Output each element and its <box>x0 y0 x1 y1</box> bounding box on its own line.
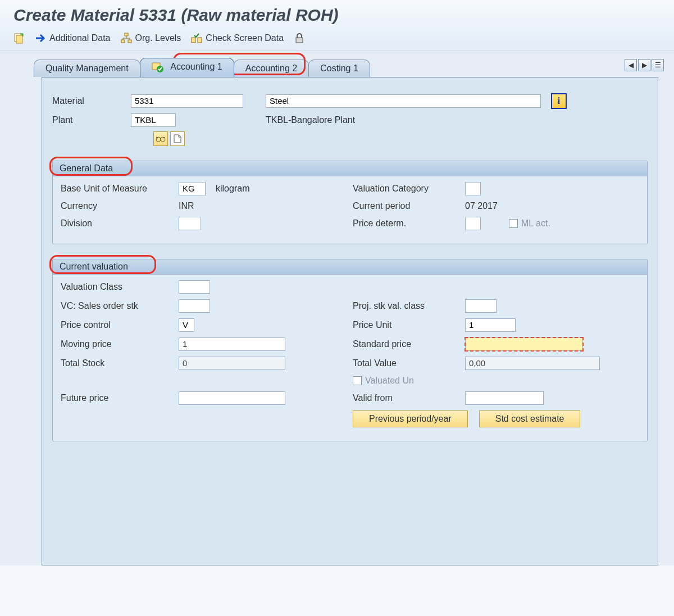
future-price-input[interactable] <box>179 391 285 405</box>
valuated-un-checkbox: Valuated Un <box>353 376 414 386</box>
previous-period-button[interactable]: Previous period/year <box>353 410 468 427</box>
base-uom-desc: kilogram <box>216 184 249 194</box>
page-plus-icon <box>13 33 25 44</box>
valuation-category-label: Valuation Category <box>353 184 465 194</box>
general-data-title: General Data <box>53 161 647 176</box>
division-input[interactable] <box>179 217 201 230</box>
base-uom-input[interactable] <box>179 182 206 195</box>
hierarchy-icon <box>121 33 132 44</box>
total-stock-input <box>179 357 285 370</box>
glasses-icon <box>156 135 166 143</box>
app-toolbar: Additional Data Org. Levels Check Screen… <box>13 29 665 48</box>
svg-rect-2 <box>125 33 128 36</box>
current-valuation-title: Current valuation <box>53 259 647 275</box>
svg-rect-3 <box>121 40 125 43</box>
price-determ-input[interactable] <box>465 217 481 230</box>
total-value-label: Total Value <box>353 358 465 368</box>
current-period-label: Current period <box>353 201 465 211</box>
valuated-un-label: Valuated Un <box>365 376 414 386</box>
price-control-input[interactable] <box>179 318 194 332</box>
currency-value: INR <box>179 201 194 211</box>
check-screen-label: Check Screen Data <box>206 33 284 43</box>
total-stock-label: Total Stock <box>61 358 179 368</box>
info-button[interactable]: i <box>551 93 567 109</box>
page-icon <box>174 134 181 143</box>
page-title: Create Material 5331 (Raw material ROH) <box>13 6 665 25</box>
ml-act-label: ML act. <box>521 218 550 229</box>
price-control-label: Price control <box>61 320 179 330</box>
tab-label: Quality Management <box>45 63 129 73</box>
content-panel: Material i Plant TKBL-Bangalore Plant Ge… <box>42 77 658 565</box>
checkbox-icon <box>353 376 362 385</box>
valuation-class-label: Valuation Class <box>61 282 179 292</box>
org-levels-label: Org. Levels <box>135 33 181 43</box>
plant-input[interactable] <box>131 113 176 127</box>
tab-list-button[interactable]: ☰ <box>652 59 664 71</box>
svg-rect-4 <box>128 40 131 43</box>
check-screen-button[interactable]: Check Screen Data <box>191 33 284 44</box>
svg-rect-7 <box>296 38 303 43</box>
plant-description: TKBL-Bangalore Plant <box>266 115 355 125</box>
general-data-group: General Data Base Unit of Measure kilogr… <box>52 161 648 244</box>
standard-price-input[interactable] <box>465 337 583 351</box>
material-input[interactable] <box>131 94 243 108</box>
lock-button[interactable] <box>294 33 305 44</box>
vc-sales-input[interactable] <box>179 299 210 313</box>
arrow-right-icon <box>35 33 46 44</box>
valid-from-input[interactable] <box>465 391 544 405</box>
current-period-value: 07 2017 <box>465 201 498 211</box>
vc-sales-label: VC: Sales order stk <box>61 301 179 311</box>
material-description-input[interactable] <box>266 94 541 108</box>
svg-rect-5 <box>192 38 195 43</box>
tab-label: Costing 1 <box>320 63 358 73</box>
current-valuation-group: Current valuation Valuation Class VC: Sa… <box>52 259 648 441</box>
currency-label: Currency <box>61 201 179 211</box>
future-price-label: Future price <box>61 393 179 403</box>
checkbox-icon <box>509 219 518 228</box>
price-unit-input[interactable] <box>465 318 516 332</box>
tab-scroll-right[interactable]: ▶ <box>638 59 650 71</box>
toolbar-icon-button[interactable] <box>13 33 25 44</box>
std-cost-estimate-button[interactable]: Std cost estimate <box>479 410 581 427</box>
lock-icon <box>294 33 305 44</box>
check-data-icon <box>191 33 202 44</box>
tab-label: Accounting 1 <box>170 62 222 71</box>
proj-stk-input[interactable] <box>465 299 497 313</box>
tab-quality-management[interactable]: Quality Management <box>34 60 140 77</box>
additional-data-button[interactable]: Additional Data <box>35 33 111 44</box>
tab-label: Accounting 2 <box>245 63 298 73</box>
plant-label: Plant <box>52 115 131 125</box>
glasses-button[interactable] <box>153 131 168 146</box>
price-determ-label: Price determ. <box>353 218 465 229</box>
standard-price-label: Standard price <box>353 339 465 349</box>
active-tab-icon <box>152 62 164 72</box>
org-levels-button[interactable]: Org. Levels <box>121 33 181 44</box>
division-label: Division <box>61 218 179 229</box>
moving-price-label: Moving price <box>61 339 179 349</box>
additional-data-label: Additional Data <box>49 33 111 43</box>
total-value-input <box>465 357 600 370</box>
moving-price-input[interactable] <box>179 337 285 351</box>
valuation-class-input[interactable] <box>179 280 210 294</box>
tab-costing-1[interactable]: Costing 1 <box>308 60 370 77</box>
base-uom-label: Base Unit of Measure <box>61 184 179 194</box>
svg-rect-1 <box>16 35 22 43</box>
tab-accounting-2[interactable]: Accounting 2 <box>234 60 309 77</box>
tab-scroll-left[interactable]: ◀ <box>625 59 637 71</box>
tab-accounting-1[interactable]: Accounting 1 <box>140 58 234 77</box>
valuation-category-input[interactable] <box>465 182 481 195</box>
material-label: Material <box>52 96 131 106</box>
svg-rect-6 <box>198 38 202 43</box>
tab-strip: Quality Management Accounting 1 Accounti… <box>34 58 666 77</box>
valid-from-label: Valid from <box>353 393 465 403</box>
proj-stk-label: Proj. stk val. class <box>353 301 465 311</box>
price-unit-label: Price Unit <box>353 320 465 330</box>
new-page-button[interactable] <box>170 131 185 146</box>
ml-act-checkbox: ML act. <box>509 218 550 229</box>
